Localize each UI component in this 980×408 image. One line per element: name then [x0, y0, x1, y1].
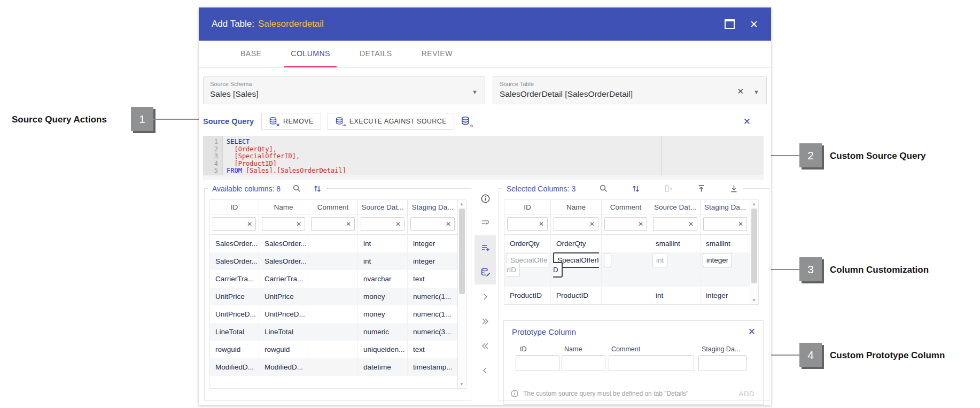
- clear-icon[interactable]: ✕: [735, 220, 746, 228]
- scroll-down-icon[interactable]: ▼: [750, 298, 758, 303]
- tab-columns[interactable]: COLUMNS: [284, 41, 337, 67]
- chevron-left-icon[interactable]: [475, 358, 496, 383]
- scrollbar[interactable]: ▲ ▼: [457, 200, 466, 388]
- add-column-button[interactable]: ADD: [739, 390, 755, 398]
- scrollbar-thumb[interactable]: [459, 209, 465, 294]
- table-header-row: ID Name Comment Source Dat... Staging Da…: [210, 200, 466, 214]
- scrollbar-thumb[interactable]: [751, 209, 757, 283]
- scroll-to-top-icon[interactable]: [697, 184, 706, 193]
- table-row[interactable]: UnitPriceD...UnitPriceD...moneynumeric(1…: [210, 305, 466, 323]
- filter-input[interactable]: [704, 219, 735, 229]
- remove-column-icon[interactable]: [664, 184, 673, 193]
- database-edit-icon[interactable]: [475, 260, 496, 284]
- wrap-text-icon[interactable]: [475, 211, 496, 235]
- filter-input[interactable]: [554, 219, 586, 229]
- page: Source Query Actions 1 2 Custom Source Q…: [0, 0, 980, 408]
- close-icon[interactable]: ✕: [750, 19, 758, 29]
- scrollbar[interactable]: ▲ ▼: [750, 200, 758, 304]
- chevron-right-icon[interactable]: [475, 284, 496, 309]
- source-table-label: Source Table: [500, 81, 760, 87]
- table-row[interactable]: ProductIDProductIDintinteger: [504, 287, 758, 304]
- table-row[interactable]: SalesOrder...SalesOrder...intinteger: [210, 235, 466, 252]
- source-schema-select[interactable]: Source Schema Sales [Sales] ▼: [203, 76, 485, 104]
- scroll-down-icon[interactable]: ▼: [458, 382, 465, 387]
- table-header-row: ID Name Comment Source Dat... Staging Da…: [504, 200, 758, 214]
- table-row[interactable]: SalesOrder...SalesOrder...intinteger: [210, 252, 466, 270]
- table-row[interactable]: CarrierTra...CarrierTra...nvarchartext: [210, 270, 466, 288]
- table-row[interactable]: rowguidrowguiduniqueiden...text: [210, 341, 466, 358]
- table-row[interactable]: OrderQtyOrderQtysmallintsmallint: [504, 235, 758, 252]
- search-icon[interactable]: [292, 184, 301, 193]
- prototype-close-icon[interactable]: ✕: [748, 326, 756, 337]
- maximize-icon[interactable]: [725, 19, 735, 29]
- clear-icon[interactable]: ✕: [586, 220, 598, 228]
- filter-input[interactable]: [605, 219, 635, 229]
- database-refresh-icon[interactable]: c: [461, 116, 471, 127]
- scroll-up-icon[interactable]: ▲: [750, 202, 758, 206]
- sql-hscrollbar[interactable]: [203, 175, 764, 180]
- sort-icon[interactable]: [313, 184, 322, 193]
- prototype-name-input[interactable]: [562, 355, 605, 371]
- double-chevron-left-icon[interactable]: [475, 334, 496, 358]
- clear-icon[interactable]: ✕: [442, 220, 454, 228]
- scroll-up-icon[interactable]: ▲: [458, 202, 465, 206]
- source-schema-label: Source Schema: [210, 81, 478, 87]
- cell-input-id[interactable]: SpecialOfferID: [507, 253, 548, 277]
- double-chevron-right-icon[interactable]: [475, 309, 496, 334]
- database-execute-icon: ➝: [335, 117, 345, 126]
- chevron-down-icon[interactable]: ▼: [753, 89, 759, 95]
- table-filter-row: ✕ ✕ ✕ ✕ ✕: [210, 214, 466, 235]
- scroll-to-bottom-icon[interactable]: [729, 184, 738, 193]
- sort-icon[interactable]: [632, 184, 640, 193]
- source-query-close-icon[interactable]: ✕: [743, 116, 751, 127]
- tab-review[interactable]: REVIEW: [415, 41, 459, 67]
- info-icon[interactable]: [475, 186, 496, 211]
- clear-icon[interactable]: ✕: [392, 220, 404, 228]
- annotation-label-3: Column Customization: [830, 265, 929, 275]
- source-table-value: SalesOrderDetail [SalesOrderDetail]: [500, 89, 760, 99]
- prototype-comment-input[interactable]: [609, 355, 694, 371]
- prototype-note-text: The custom source query must be defined …: [523, 390, 688, 397]
- annotation-connector-4: [771, 355, 799, 356]
- tab-base[interactable]: BASE: [234, 41, 268, 67]
- cell-input-comment[interactable]: [604, 253, 611, 267]
- search-icon[interactable]: [599, 184, 608, 193]
- filter-input[interactable]: [508, 219, 535, 229]
- chevron-down-icon[interactable]: ▼: [472, 89, 478, 95]
- table-row[interactable]: ModifiedD...ModifiedD...datetimetimestam…: [210, 358, 466, 376]
- remove-query-button[interactable]: ✕ REMOVE: [261, 113, 321, 130]
- database-remove-icon: ✕: [269, 117, 278, 126]
- tab-details[interactable]: DETAILS: [353, 41, 399, 67]
- filter-input[interactable]: [213, 219, 244, 229]
- cell-input-staging-type[interactable]: integer: [703, 253, 732, 267]
- filter-input[interactable]: [361, 219, 392, 229]
- cell-input-name[interactable]: SpecialOfferID: [553, 252, 599, 278]
- selected-columns-panel: Selected Columns: 3 I: [499, 184, 769, 401]
- sql-editor[interactable]: 1SELECT 2 [OrderQty], 3 [SpecialOfferID]…: [203, 136, 764, 180]
- execute-against-source-button[interactable]: ➝ EXECUTE AGAINST SOURCE: [328, 113, 454, 130]
- clear-icon[interactable]: ✕: [737, 87, 744, 96]
- source-table-select[interactable]: Source Table SalesOrderDetail [SalesOrde…: [493, 76, 767, 104]
- playlist-add-icon[interactable]: [475, 235, 496, 260]
- sql-line: 3 [SpecialOfferID],: [203, 153, 764, 160]
- table-row-editing[interactable]: SpecialOfferID SpecialOfferID int intege…: [504, 252, 758, 287]
- clear-icon[interactable]: ✕: [343, 220, 354, 228]
- table-filter-row: ✕ ✕ ✕ ✕ ✕: [504, 214, 758, 235]
- table-row[interactable]: LineTotalLineTotalnumericnumeric(3...: [210, 323, 466, 341]
- clear-icon[interactable]: ✕: [244, 220, 255, 228]
- filter-input[interactable]: [654, 219, 685, 229]
- cell-input-source-type[interactable]: int: [652, 253, 667, 267]
- prototype-staging-label: Staging Da...: [702, 345, 740, 353]
- clear-icon[interactable]: ✕: [635, 220, 647, 228]
- table-row[interactable]: UnitPriceUnitPricemoneynumeric(1...: [210, 288, 466, 305]
- annotation-number-4: 4: [799, 343, 822, 367]
- clear-icon[interactable]: ✕: [293, 220, 305, 228]
- clear-icon[interactable]: ✕: [535, 220, 547, 228]
- prototype-id-input[interactable]: [516, 355, 559, 371]
- filter-input[interactable]: [411, 219, 442, 229]
- filter-input[interactable]: [312, 219, 343, 229]
- prototype-staging-input[interactable]: [698, 355, 746, 371]
- filter-input[interactable]: [262, 219, 293, 229]
- source-query-actions-row: Source Query ✕ REMOVE ➝ EXECUTE AGAINST …: [203, 112, 759, 130]
- clear-icon[interactable]: ✕: [685, 220, 697, 228]
